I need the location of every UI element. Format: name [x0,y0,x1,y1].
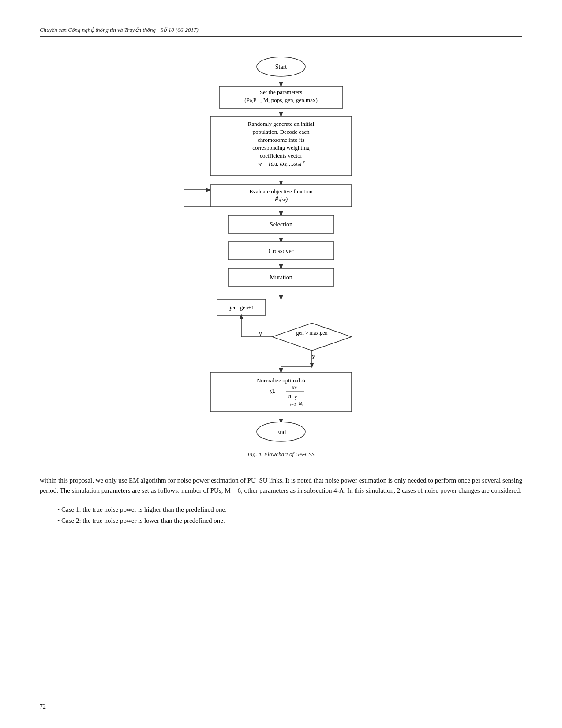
svg-text:w = [ω₁, ω₂,...,ωₐ]ᵀ: w = [ω₁, ω₂,...,ωₐ]ᵀ [258,160,305,167]
svg-text:Set the parameters: Set the parameters [260,89,302,95]
svg-text:gen=gen+1: gen=gen+1 [229,304,255,311]
svg-text:Selection: Selection [270,221,292,228]
svg-text:P̂ₛ(w): P̂ₛ(w) [274,196,288,203]
svg-text:Randomly generate an initial: Randomly generate an initial [248,121,315,127]
header-text: Chuyên san Công nghệ thông tin và Truyền… [40,26,199,34]
svg-text:chromosome into its: chromosome into its [258,136,304,143]
list-item: Case 1: the true noise power is higher t… [57,504,522,516]
page-number: 72 [40,703,46,710]
svg-text:(P₀,Pℾ, M, pops, gen, gen.max): (P₀,Pℾ, M, pops, gen, gen.max) [244,97,318,103]
svg-text:N: N [258,331,262,337]
svg-text:ωᵢ: ωᵢ [292,384,297,390]
svg-text:Evaluate objective function: Evaluate objective function [250,188,313,195]
svg-text:n: n [288,393,291,399]
list-item: Case 2: the true noise power is lower th… [57,515,522,527]
header: Chuyên san Công nghệ thông tin và Truyền… [40,26,522,37]
svg-text:gen > max.gen: gen > max.gen [296,330,327,336]
svg-text:Crossover: Crossover [269,248,294,254]
svg-text:i=1: i=1 [290,402,296,407]
svg-text:population. Decode each: population. Decode each [253,128,310,135]
page: Chuyên san Công nghệ thông tin và Truyền… [0,0,562,728]
svg-text:ωⱼ: ωⱼ [299,400,303,406]
svg-text:coefficients vector: coefficients vector [260,152,303,159]
svg-text:Normalize optimal ω: Normalize optimal ω [257,377,305,384]
svg-marker-31 [272,323,352,351]
flowchart-svg: Start Set the parameters (P₀,Pℾ, M, pops… [149,50,413,447]
svg-text:ω̂ᵢ =: ω̂ᵢ = [269,388,280,395]
svg-text:Start: Start [275,64,287,70]
body-paragraph: within this proposal, we only use EM alg… [40,475,522,496]
fig-caption: Fig. 4. Flowchart of GA-CSS [247,451,315,458]
svg-text:corresponding weighting: corresponding weighting [252,144,310,151]
bullet-list: Case 1: the true noise power is higher t… [57,504,522,527]
svg-text:∑: ∑ [294,396,297,400]
svg-text:Mutation: Mutation [270,274,292,281]
svg-text:End: End [276,429,286,435]
flowchart-container: Start Set the parameters (P₀,Pℾ, M, pops… [40,50,522,471]
